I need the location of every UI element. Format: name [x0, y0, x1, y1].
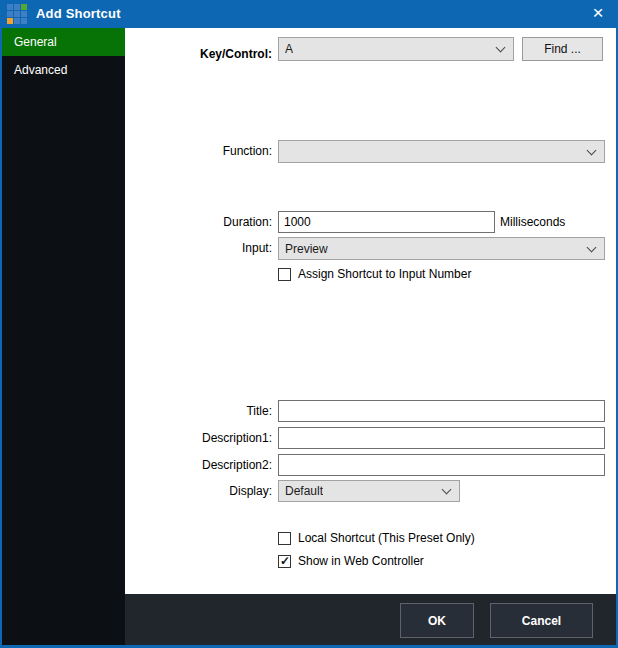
key-control-dropdown[interactable]: A [278, 37, 514, 61]
checkbox-box[interactable] [278, 532, 291, 545]
window-title: Add Shortcut [36, 0, 121, 28]
footer-bar: OK Cancel [125, 594, 616, 645]
chevron-down-icon [587, 242, 597, 252]
duration-input[interactable] [278, 211, 495, 233]
display-value: Default [285, 484, 323, 498]
description1-label: Description1: [125, 427, 272, 449]
chevron-down-icon [587, 145, 597, 155]
local-shortcut-checkbox[interactable]: Local Shortcut (This Preset Only) [278, 531, 475, 545]
title-input[interactable] [278, 400, 605, 422]
checkbox-label: Assign Shortcut to Input Number [298, 267, 471, 281]
function-dropdown[interactable] [278, 140, 605, 163]
title-bar: Add Shortcut × [0, 0, 618, 28]
checkbox-label: Local Shortcut (This Preset Only) [298, 531, 475, 545]
milliseconds-label: Milliseconds [500, 211, 565, 233]
function-label: Function: [125, 140, 272, 163]
description1-input[interactable] [278, 427, 605, 449]
form-panel: Key/Control: A Find ... Function: Durati… [125, 28, 616, 594]
checkbox-box[interactable] [278, 268, 291, 281]
sidebar: General Advanced [2, 28, 125, 645]
find-button[interactable]: Find ... [522, 37, 603, 61]
key-control-label: Key/Control: [125, 42, 272, 66]
duration-label: Duration: [125, 211, 272, 233]
assign-shortcut-checkbox[interactable]: Assign Shortcut to Input Number [278, 267, 471, 281]
chevron-down-icon [496, 43, 506, 53]
input-dropdown[interactable]: Preview [278, 237, 605, 260]
web-controller-checkbox[interactable]: Show in Web Controller [278, 554, 424, 568]
description2-input[interactable] [278, 454, 605, 476]
chevron-down-icon [442, 485, 452, 495]
input-value: Preview [285, 242, 328, 256]
display-dropdown[interactable]: Default [278, 480, 460, 502]
title-label: Title: [125, 400, 272, 422]
app-icon [7, 4, 27, 24]
cancel-button[interactable]: Cancel [490, 603, 593, 638]
key-control-value: A [285, 42, 293, 56]
input-label: Input: [125, 237, 272, 260]
display-label: Display: [125, 480, 272, 502]
add-shortcut-dialog: Add Shortcut × General Advanced Key/Cont… [0, 0, 618, 648]
checkbox-box[interactable] [278, 555, 291, 568]
tab-general[interactable]: General [2, 28, 125, 56]
ok-button[interactable]: OK [400, 603, 474, 638]
tab-advanced[interactable]: Advanced [2, 56, 125, 84]
description2-label: Description2: [125, 454, 272, 476]
close-icon[interactable]: × [582, 0, 614, 28]
checkbox-label: Show in Web Controller [298, 554, 424, 568]
